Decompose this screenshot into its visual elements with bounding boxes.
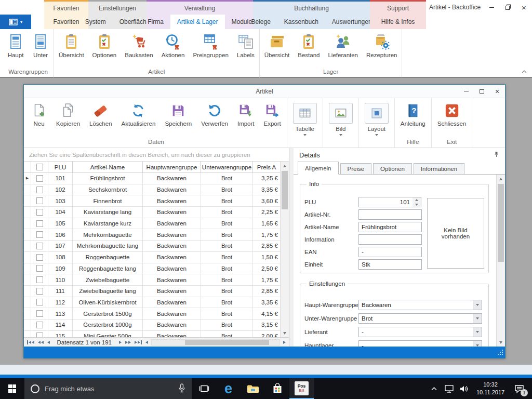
row-checkbox[interactable] (36, 231, 43, 238)
toolbar-button-anleitung[interactable]: ?Anleitung (396, 102, 430, 128)
ribbon-button-preisgruppen[interactable]: Preisgruppen (189, 32, 232, 60)
details-tab-preise[interactable]: Preise (340, 163, 372, 174)
row-checkbox[interactable] (36, 299, 43, 305)
tray-chevron-button[interactable] (427, 378, 442, 399)
field-haupt-warengruppe-dropdown[interactable] (473, 300, 482, 310)
details-tab-allgemein[interactable]: Allgemein (298, 162, 339, 175)
grid-row[interactable]: 115Mini Gerster 500gBackwarenBrot2,00 € (24, 331, 280, 337)
row-checkbox[interactable] (36, 322, 43, 328)
toolbar-button-bild[interactable]: Bild (324, 102, 357, 137)
splitter[interactable] (289, 148, 294, 347)
group-by-bar[interactable]: Ziehen Sie eine Spaltenüberschrift in di… (24, 148, 289, 162)
close-button[interactable]: × (516, 0, 532, 15)
grid-column-header-artikel-name[interactable]: Artikel-Name (73, 162, 143, 173)
hscroll-right-button[interactable] (282, 338, 287, 347)
toolbar-button-import[interactable]: Import (233, 102, 259, 128)
row-checkbox[interactable] (36, 220, 43, 227)
scroll-up-icon[interactable] (281, 162, 289, 170)
details-vertical-scrollbar[interactable] (496, 175, 505, 347)
grid-row[interactable]: 109Roggenbaguette langBackwarenBrot2,50 … (24, 263, 280, 275)
row-checkbox[interactable] (36, 254, 43, 261)
grid-row[interactable]: 106MehrkornbaguetteBackwarenBrot1,75 € (24, 229, 280, 241)
toolbar-button-export[interactable]: Export (259, 102, 286, 128)
row-checkbox[interactable] (36, 310, 43, 317)
ribbon-tab-hilfe-infos[interactable]: Hilfe & Infos (375, 15, 422, 29)
row-checkbox[interactable] (36, 197, 43, 204)
start-button[interactable] (0, 378, 24, 399)
field-artikel-nr-input[interactable] (358, 209, 422, 220)
grid-row[interactable]: 114Gersterbrot 1000gBackwarenBrot3,15 € (24, 320, 280, 331)
field-ean-input[interactable]: - (358, 247, 422, 257)
store-button[interactable] (265, 378, 289, 399)
toolbar-button-verwerfen[interactable]: Verwerfen (196, 102, 233, 128)
taskbar-clock[interactable]: 10:32 10.11.2017 (472, 381, 509, 396)
details-tab-informationen[interactable]: Informationen (414, 163, 464, 174)
minimize-button[interactable] (484, 0, 500, 15)
ribbon-button-optionen[interactable]: Optionen (88, 32, 121, 60)
toolbar-button-layout[interactable]: Layout (360, 102, 393, 137)
field-artikel-name-input[interactable]: Frühlingsbrot (358, 222, 422, 232)
ribbon-button-uebersicht[interactable]: Übersicht (55, 32, 88, 60)
grid-column-header-preis-a[interactable]: Preis A (253, 162, 281, 173)
ribbon-button-baukasten[interactable]: Baukasten (121, 32, 157, 60)
task-view-button[interactable] (192, 378, 216, 399)
details-scroll-thumb[interactable] (498, 184, 504, 262)
ribbon-button-bestand[interactable]: Bestand (294, 32, 324, 60)
ribbon-tab-system[interactable]: System (78, 15, 113, 29)
ribbon-button-unter[interactable]: Unter (28, 32, 53, 60)
toolbar-button-speichern[interactable]: Speichern (160, 102, 196, 128)
field-lieferant-dropdown[interactable] (473, 327, 482, 337)
network-button[interactable] (442, 378, 457, 399)
row-checkbox[interactable] (36, 243, 43, 249)
grid-row[interactable]: 107Mehrkornbaguette langBackwarenBrot2,8… (24, 241, 280, 252)
scroll-down-icon[interactable] (497, 338, 505, 347)
field-unter-warengruppe-input[interactable]: Brot (358, 313, 482, 324)
ribbon-collapse-button[interactable] (522, 68, 527, 74)
row-checkbox[interactable] (36, 332, 43, 337)
row-checkbox[interactable] (36, 265, 43, 272)
grid-row[interactable]: 112Oliven-KürbiskernbrotBackwarenBrot3,3… (24, 297, 280, 309)
artikel-minimize-button[interactable] (458, 85, 474, 98)
grid-row[interactable]: 103FinnenbrotBackwarenBrot3,60 € (24, 195, 280, 207)
grid-column-header-unterwarengruppe[interactable]: Unterwarengruppe (201, 162, 253, 173)
ribbon-button-aktionen[interactable]: Aktionen (157, 32, 189, 60)
ribbon-tab-firma[interactable]: Firma (141, 15, 170, 29)
grid-row[interactable]: 108RoggenbaguetteBackwarenBrot1,50 € (24, 252, 280, 263)
app-menu-button[interactable]: ▾ (0, 15, 31, 29)
row-checkbox[interactable] (36, 288, 43, 295)
grid-scroll-thumb[interactable] (282, 171, 288, 209)
hscroll-thumb[interactable] (185, 340, 270, 345)
details-tab-optionen[interactable]: Optionen (373, 163, 412, 174)
ribbon-button-haupt[interactable]: Haupt (3, 32, 28, 60)
ribbon-button-labels[interactable]: Labels (233, 32, 259, 60)
grid-row[interactable]: 110ZwiebelbaguetteBackwarenBrot1,75 € (24, 274, 280, 286)
row-checkbox[interactable] (36, 276, 43, 283)
toolbar-button-neu[interactable]: Neu (26, 102, 51, 128)
grid-vertical-scrollbar[interactable] (280, 162, 289, 337)
grid-column-header-hauptwarengruppe[interactable]: Hauptwarengruppe (143, 162, 201, 173)
toolbar-button-kopieren[interactable]: Kopieren (51, 102, 85, 128)
toolbar-button-aktualisieren[interactable]: Aktualisieren (117, 102, 161, 128)
nav-next-page-button[interactable] (124, 338, 132, 347)
ribbon-button-lieferanten[interactable]: Lieferanten (324, 32, 362, 60)
scroll-up-icon[interactable] (497, 175, 505, 183)
volume-button[interactable] (457, 378, 472, 399)
toolbar-button-tabelle[interactable]: Tabelle (288, 102, 322, 137)
file-explorer-button[interactable] (241, 378, 265, 399)
select-all-checkbox[interactable] (36, 164, 43, 170)
cortana-search[interactable]: Frag mich etwas (24, 378, 192, 399)
field-einheit-input[interactable]: Stk (358, 259, 422, 270)
field-haupt-warengruppe-input[interactable]: Backwaren (358, 300, 482, 310)
row-checkbox[interactable] (36, 187, 43, 193)
nav-next-button[interactable] (117, 338, 123, 347)
toolbar-button-loeschen[interactable]: Löschen (85, 102, 116, 128)
field-hauptlager-input[interactable]: - (358, 340, 482, 347)
grid-row[interactable]: 111Zwiebelbaguette langBackwarenBrot2,85… (24, 286, 280, 297)
row-checkbox[interactable] (36, 175, 43, 182)
artikel-maximize-button[interactable] (474, 85, 489, 98)
grid-row[interactable]: 113Gersterbrot 1500gBackwarenBrot4,15 € (24, 308, 280, 320)
grid-row[interactable]: ▶101FrühlingsbrotBackwarenBrot3,25 € (24, 173, 280, 184)
grid-row[interactable]: 104Kaviarstange langBackwarenBrot2,25 € (24, 207, 280, 218)
nav-prev-page-button[interactable] (36, 338, 45, 347)
field-unter-warengruppe-dropdown[interactable] (473, 314, 482, 323)
